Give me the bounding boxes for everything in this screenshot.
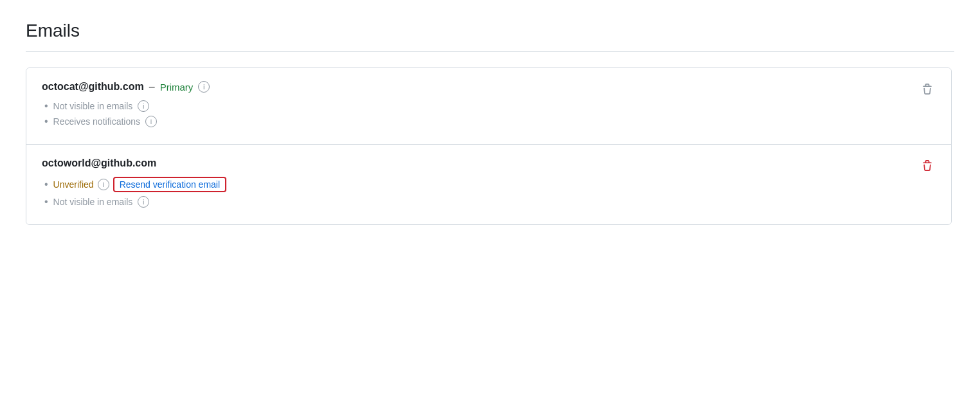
trash-icon-2 xyxy=(921,160,933,172)
page-title: Emails xyxy=(26,21,954,41)
not-visible-text-1: Not visible in emails xyxy=(53,101,133,111)
email-row-2: octoworld@github.com Unverified i Resend… xyxy=(26,145,951,224)
detail-receives-notifications: Receives notifications i xyxy=(42,116,936,127)
unverified-info-icon[interactable]: i xyxy=(98,179,109,190)
detail-unverified: Unverified i Resend verification email xyxy=(42,177,936,192)
resend-verification-link[interactable]: Resend verification email xyxy=(113,177,226,192)
email-separator-1: – xyxy=(149,81,155,93)
email-header-2: octoworld@github.com xyxy=(42,158,936,169)
unverified-row: Unverified i Resend verification email xyxy=(53,177,226,192)
primary-badge: Primary xyxy=(160,82,194,93)
not-visible-info-icon-2[interactable]: i xyxy=(138,196,149,208)
section-divider xyxy=(26,51,954,52)
receives-notifications-info-icon[interactable]: i xyxy=(145,116,157,127)
not-visible-info-icon-1[interactable]: i xyxy=(138,100,149,112)
receives-notifications-text: Receives notifications xyxy=(53,116,140,127)
email-address-2: octoworld@github.com xyxy=(42,158,156,169)
email-header-1: octocat@github.com – Primary i xyxy=(42,81,936,93)
email-address-1: octocat@github.com xyxy=(42,81,144,93)
email-row-1: octocat@github.com – Primary i Not visib… xyxy=(26,68,951,145)
unverified-text: Unverified xyxy=(53,179,94,190)
delete-button-2[interactable] xyxy=(919,158,936,174)
emails-container: octocat@github.com – Primary i Not visib… xyxy=(26,68,952,225)
delete-button-1[interactable] xyxy=(919,81,936,98)
detail-not-visible-2: Not visible in emails i xyxy=(42,196,936,208)
email-details-1: Not visible in emails i Receives notific… xyxy=(42,100,936,127)
detail-not-visible-1: Not visible in emails i xyxy=(42,100,936,112)
primary-info-icon[interactable]: i xyxy=(198,81,210,93)
trash-icon-1 xyxy=(921,84,933,95)
email-details-2: Unverified i Resend verification email N… xyxy=(42,177,936,208)
not-visible-text-2: Not visible in emails xyxy=(53,197,133,207)
